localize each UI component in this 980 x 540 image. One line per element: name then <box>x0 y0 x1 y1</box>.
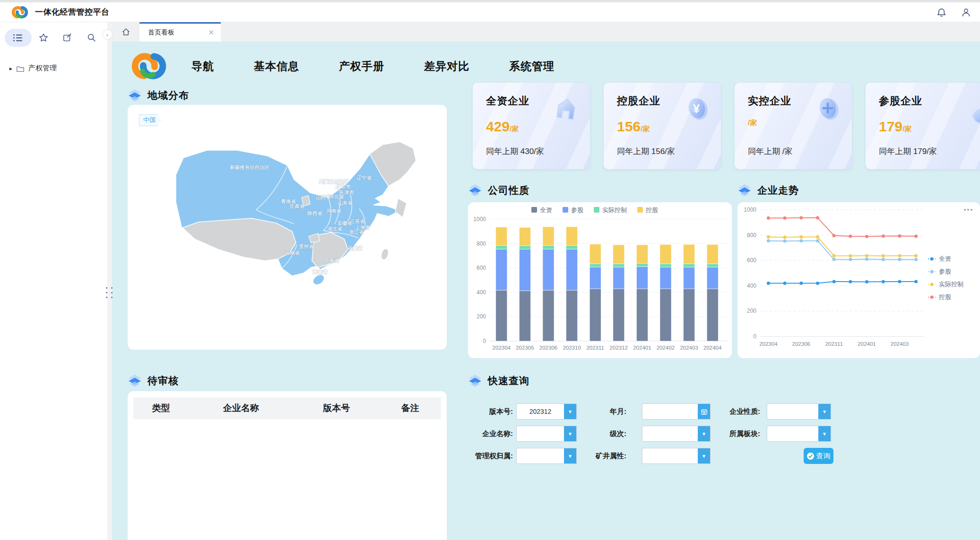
svg-text:202402: 202402 <box>657 345 675 351</box>
card-title: 实控企业 <box>748 94 791 108</box>
chevron-down-icon[interactable]: ▼ <box>818 426 831 441</box>
management-ownership-select[interactable]: ▼ <box>516 448 577 464</box>
pending-col-type: 类型 <box>133 402 189 414</box>
dashboard-canvas: 导航 基本信息 产权手册 差异对比 系统管理 地域分布 中国 <box>112 42 980 540</box>
sidebar-collapse-button[interactable]: ‹ <box>102 29 113 40</box>
mine-attribute-select[interactable]: ▼ <box>642 448 711 464</box>
company-nature-value <box>767 404 818 419</box>
svg-text:福建省: 福建省 <box>347 245 363 251</box>
svg-text:600: 600 <box>747 257 756 264</box>
app-title: 一体化经营管控平台 <box>35 7 110 17</box>
card-subtitle: 同年上期 /家 <box>748 146 792 157</box>
platform-logo-icon <box>11 4 28 21</box>
svg-text:湖北省: 湖北省 <box>327 226 342 231</box>
tab-home-dashboard[interactable]: 首页看板 ✕ <box>139 22 221 42</box>
enterprise-trend-line-chart: 0200400600800100020230420230620231120240… <box>737 202 980 358</box>
mine-attribute-value <box>642 448 698 463</box>
svg-text:广东省: 广东省 <box>324 257 339 263</box>
query-button[interactable]: 查询 <box>804 448 833 464</box>
favorite-star-icon[interactable] <box>32 29 56 47</box>
pending-col-version: 版本号 <box>294 402 380 414</box>
sector-select[interactable]: ▼ <box>767 426 831 442</box>
svg-text:海南省: 海南省 <box>312 269 328 274</box>
plus-coin-icon <box>813 93 843 123</box>
dashboard-logo-icon <box>131 48 167 84</box>
notification-bell-icon[interactable] <box>936 7 947 18</box>
year-month-input[interactable] <box>642 403 711 420</box>
main-area: 首页看板 ✕ 导航 基本信息 产权手册 差异对比 系统管理 <box>112 22 980 540</box>
sidebar-toolbar <box>5 29 104 47</box>
chevron-down-icon[interactable]: ▼ <box>698 448 710 463</box>
sidebar-item-property-management[interactable]: ▸ 产权管理 <box>9 64 107 73</box>
card-title: 全资企业 <box>486 94 529 108</box>
map-panel: 中国 <box>128 105 447 350</box>
svg-text:400: 400 <box>477 289 486 296</box>
svg-text:202304: 202304 <box>759 341 778 347</box>
chevron-down-icon[interactable]: ▼ <box>564 426 576 441</box>
home-tab-icon[interactable] <box>112 22 139 42</box>
svg-text:600: 600 <box>477 265 486 271</box>
pending-col-company-name: 企业名称 <box>189 402 293 414</box>
search-icon[interactable] <box>79 29 104 47</box>
company-name-value <box>517 426 564 441</box>
svg-text:202312: 202312 <box>610 345 628 351</box>
svg-text:¥: ¥ <box>693 102 700 115</box>
version-select[interactable]: 202312▼ <box>516 403 577 420</box>
nav-item-navigation[interactable]: 导航 <box>191 59 214 74</box>
card-unit: /家 <box>510 125 519 134</box>
section-title-text: 待审核 <box>147 374 179 387</box>
yuan-coin-icon: ¥ <box>682 93 712 123</box>
chevron-down-icon[interactable]: ▼ <box>818 404 831 419</box>
version-select-value: 202312 <box>517 404 564 419</box>
svg-text:202403: 202403 <box>680 345 698 351</box>
chevron-down-icon[interactable]: ▼ <box>564 404 576 419</box>
company-name-select[interactable]: ▼ <box>516 426 577 442</box>
svg-text:202304: 202304 <box>493 345 511 351</box>
china-map[interactable]: 新疆维吾尔自治区内蒙古自治区辽宁省北京市天津市山西省河北省山东省青海省甘肃省陕西… <box>128 105 447 350</box>
company-nature-bar-chart: 0200400600800100020230420230520230620231… <box>468 202 732 358</box>
nav-item-basic-info[interactable]: 基本信息 <box>254 59 299 74</box>
svg-text:北京市: 北京市 <box>335 184 351 189</box>
section-title-text: 快速查询 <box>488 374 529 387</box>
enterprise-trend-chart-panel: 0200400600800100020230420230620231120240… <box>737 202 980 358</box>
section-title-text: 企业走势 <box>757 184 799 197</box>
chevron-down-icon[interactable]: ▼ <box>698 426 710 441</box>
panel-drag-handle[interactable] <box>106 287 113 300</box>
svg-text:200: 200 <box>747 308 756 314</box>
year-month-field-label: 年月: <box>610 407 626 416</box>
edit-note-icon[interactable] <box>55 29 79 47</box>
calendar-icon[interactable] <box>698 404 710 419</box>
user-profile-icon[interactable] <box>960 7 971 18</box>
section-title-company-nature: 公司性质 <box>468 182 529 199</box>
svg-text:202311: 202311 <box>825 341 843 347</box>
svg-text:0: 0 <box>483 338 486 344</box>
mine-attribute-field-label: 矿井属性: <box>596 452 626 461</box>
management-ownership-value <box>517 448 564 463</box>
pending-table-header-row: 类型 企业名称 版本号 备注 <box>133 397 441 419</box>
company-nature-select[interactable]: ▼ <box>767 403 831 420</box>
svg-text:全资: 全资 <box>540 206 552 214</box>
nav-item-diff-compare[interactable]: 差异对比 <box>424 59 469 74</box>
query-button-label: 查询 <box>816 452 831 461</box>
svg-text:贵州省: 贵州省 <box>299 243 314 249</box>
nav-item-system-admin[interactable]: 系统管理 <box>509 59 555 74</box>
tab-close-icon[interactable]: ✕ <box>208 28 214 37</box>
chevron-down-icon[interactable]: ▼ <box>564 448 576 463</box>
tree-expand-caret-icon[interactable]: ▸ <box>9 65 12 72</box>
card-unit: /家 <box>748 119 757 128</box>
layers-icon <box>737 184 752 197</box>
svg-text:参股: 参股 <box>571 206 583 214</box>
partner-icon <box>969 97 980 127</box>
nav-item-property-manual[interactable]: 产权手册 <box>339 59 384 74</box>
level-select[interactable]: ▼ <box>642 426 711 442</box>
stat-card-actual-control: 实控企业 /家 同年上期 /家 <box>735 83 852 169</box>
svg-text:控股: 控股 <box>938 293 951 300</box>
svg-text:辽宁省: 辽宁省 <box>356 175 372 180</box>
top-header: 一体化经营管控平台 <box>0 2 980 22</box>
svg-text:202403: 202403 <box>891 341 909 347</box>
card-value: 179 <box>879 119 902 135</box>
map-breadcrumb-china[interactable]: 中国 <box>139 114 161 126</box>
stat-card-wholly-owned: 全资企业 429/家 同年上期 430/家 <box>473 83 590 169</box>
svg-text:江苏省: 江苏省 <box>350 218 365 224</box>
menu-list-icon[interactable] <box>5 29 32 47</box>
